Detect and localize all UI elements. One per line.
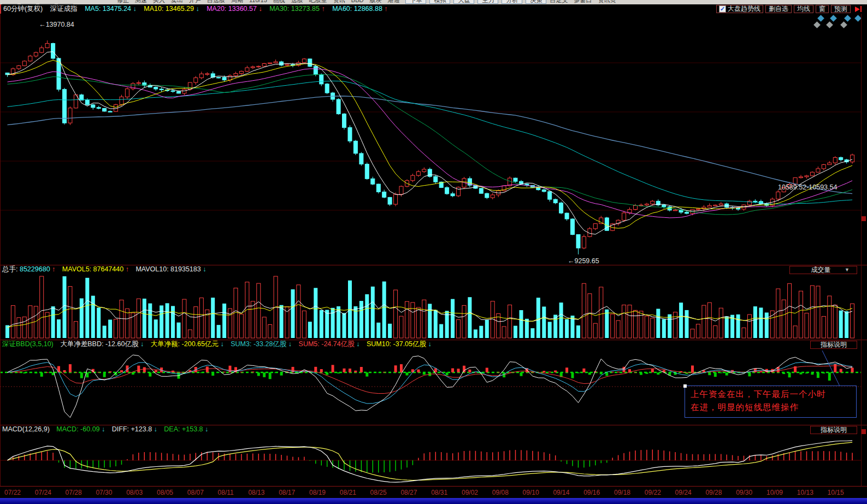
axis-date-label: 09/02 xyxy=(462,489,478,496)
ma5-value: MA5: 13475.24 ↓ xyxy=(85,5,137,13)
down-arrow-icon: ↓ xyxy=(140,340,144,348)
symbol-label[interactable]: 深证成指 xyxy=(50,5,78,13)
axis-date-label: 09/16 xyxy=(583,489,600,496)
menu-item[interactable]: 选股 xyxy=(291,0,303,3)
menu-item[interactable]: 版块 xyxy=(369,0,381,3)
menu-item[interactable]: 110/15 xyxy=(249,0,267,3)
ma-lines-button[interactable]: 均线 xyxy=(794,5,813,13)
up-arrow-icon: ↑ xyxy=(52,265,55,273)
diff-value-label: DIFF: +123.8 ↓ xyxy=(112,425,157,433)
menu-item[interactable]: 资讯页 xyxy=(598,0,616,3)
down-arrow-icon: ↓ xyxy=(196,5,199,13)
menu-item[interactable]: 开户 xyxy=(189,0,201,3)
menu-item[interactable]: 自定义 xyxy=(550,0,568,3)
delete-watchlist-button[interactable]: 删自选 xyxy=(765,5,792,13)
axis-date-label: 07/30 xyxy=(96,489,112,496)
pane-border xyxy=(861,14,862,486)
macd-title: MACD(12,26,9) xyxy=(2,425,50,433)
bbd-header: 深证BBD(3,5,10) 大单净差BBD: -12.60亿股 ↓ 大单净额: … xyxy=(0,340,867,348)
trendline-toggle[interactable]: ✓大盘趋势线 xyxy=(716,5,763,13)
mavol5-label: MAVOL5: 87647440 ↑ xyxy=(62,265,129,273)
toolbar-icons[interactable] xyxy=(2,0,76,4)
down-arrow-icon: ↓ xyxy=(133,5,136,13)
bottom-taskbar-strip xyxy=(0,498,867,504)
annotation-note[interactable]: 上午资金在出，下午最后一个小时 在进，明显的短线思维操作 xyxy=(685,386,857,418)
scroll-marker[interactable] xyxy=(862,216,866,221)
ma60-value: MA60: 12868.88 ↑ xyxy=(332,5,387,13)
menu-item[interactable]: 周期 xyxy=(231,0,243,3)
annotation-line1: 上午资金在出，下午最后一个小时 xyxy=(691,388,855,401)
axis-date-label: 07/24 xyxy=(35,489,51,496)
menu-items[interactable]: 修正测速买入卖出开户自选股周期110/15画线选股吧股室资讯BBD版块港通下单模… xyxy=(117,0,622,4)
mavol10-label: MAVOL10: 81935183 ↓ xyxy=(135,265,206,273)
bbd-diff-label: 大单净差BBD: -12.60亿股 ↓ xyxy=(60,340,144,348)
indicator-bar: 60分钟(复权) 深证成指 MA5: 13475.24 ↓ MA10: 1346… xyxy=(0,4,867,14)
axis-date-label: 08/17 xyxy=(279,489,295,496)
menu-item[interactable]: 吧股室 xyxy=(309,0,327,3)
svg-text:←13970.84: ←13970.84 xyxy=(39,21,74,28)
menu-item[interactable]: 资讯 xyxy=(333,0,345,3)
menu-item[interactable]: 修正 xyxy=(117,0,129,3)
ma-readout: 60分钟(复权) 深证成指 MA5: 13475.24 ↓ MA10: 1346… xyxy=(3,4,393,14)
sum3-label: SUM3: -33.28亿股 ↓ xyxy=(231,340,292,348)
axis-date-label: 09/14 xyxy=(553,489,569,496)
down-arrow-icon: ↓ xyxy=(356,340,359,348)
top-menu-strip[interactable]: 修正测速买入卖出开户自选股周期110/15画线选股吧股室资讯BBD版块港通下单模… xyxy=(0,0,867,4)
svg-text:10589.52-10593.54: 10589.52-10593.54 xyxy=(778,183,837,191)
menu-item[interactable]: 多窗口 xyxy=(574,0,592,3)
next-arrow-icon[interactable] xyxy=(855,6,862,12)
menu-item[interactable]: 卖出 xyxy=(171,0,183,3)
menu-item[interactable]: 下单 xyxy=(405,0,426,4)
down-arrow-icon: ↓ xyxy=(258,5,262,13)
axis-date-label: 08/11 xyxy=(218,489,234,496)
bbd-title: 深证BBD(3,5,10) xyxy=(2,340,54,348)
axis-date-label: 10/09 xyxy=(766,489,783,496)
macd-header: MACD(12,26,9) MACD: -60.09 ↓ DIFF: +123.… xyxy=(0,425,867,434)
down-arrow-icon: ↓ xyxy=(154,425,157,433)
dea-value-label: DEA: +153.8 ↓ xyxy=(164,425,208,433)
indicator-help-button[interactable]: 指标说明 xyxy=(810,426,857,434)
volume-chart[interactable] xyxy=(0,274,862,339)
down-arrow-icon: ↓ xyxy=(428,340,432,348)
main-candlestick-chart[interactable]: ←13970.84←9259.6510589.52-10593.54 xyxy=(0,14,862,265)
axis-date-label: 09/24 xyxy=(675,489,692,496)
sum10-label: SUM10: -37.05亿股 ↓ xyxy=(367,340,432,348)
forecast-button[interactable]: 预测 xyxy=(831,5,851,13)
menu-item[interactable]: 模拟 xyxy=(429,0,450,4)
axis-date-label: 08/25 xyxy=(370,489,387,496)
menu-item[interactable]: 分析 xyxy=(502,0,522,4)
period-label[interactable]: 60分钟(复权) xyxy=(3,5,43,13)
sum5-label: SUM5: -24.74亿股 ↓ xyxy=(299,340,360,348)
menu-item[interactable]: BBD xyxy=(351,0,364,3)
indicator-help-button[interactable]: 指标说明 xyxy=(810,341,857,349)
axis-date-label: 10/13 xyxy=(797,489,813,496)
menu-item[interactable]: 画线 xyxy=(273,0,285,3)
axis-date-label: 09/08 xyxy=(492,489,509,496)
menu-item[interactable]: 决策 xyxy=(526,0,546,4)
menu-item[interactable]: 测速 xyxy=(135,0,147,3)
down-arrow-icon: ↓ xyxy=(205,425,208,433)
checkbox-checked-icon[interactable]: ✓ xyxy=(719,5,726,13)
ma10-value: MA10: 13465.29 ↓ xyxy=(144,5,199,13)
axis-date-label: 07/28 xyxy=(66,489,82,496)
menu-item[interactable]: 自选股 xyxy=(207,0,225,3)
axis-date-label: 09/18 xyxy=(614,489,630,496)
annotation-line2: 在进，明显的短线思维操作 xyxy=(691,401,855,414)
axis-date-label: 08/03 xyxy=(126,489,143,496)
axis-date-label: 10/15 xyxy=(828,489,844,496)
macd-chart[interactable] xyxy=(0,434,862,485)
bbd-net-label: 大单净额: -200.65亿元 ↓ xyxy=(151,340,224,348)
axis-date-label: 09/10 xyxy=(523,489,539,496)
axis-date-label: 08/05 xyxy=(157,489,173,496)
menu-item[interactable]: 大盘 xyxy=(453,0,474,4)
down-arrow-icon: ↓ xyxy=(203,265,206,273)
menu-item[interactable]: 港通 xyxy=(387,0,399,3)
indicator-selector-dropdown[interactable]: 成交量▼ xyxy=(789,266,857,274)
scroll-marker[interactable] xyxy=(862,429,866,434)
window-button[interactable]: 窗 xyxy=(816,5,829,13)
menu-item[interactable]: 买入 xyxy=(153,0,165,3)
down-arrow-icon: ↓ xyxy=(288,340,292,348)
svg-text:←9259.65: ←9259.65 xyxy=(568,257,599,265)
menu-item[interactable]: 主力 xyxy=(477,0,498,4)
axis-date-label: 08/07 xyxy=(187,489,204,496)
